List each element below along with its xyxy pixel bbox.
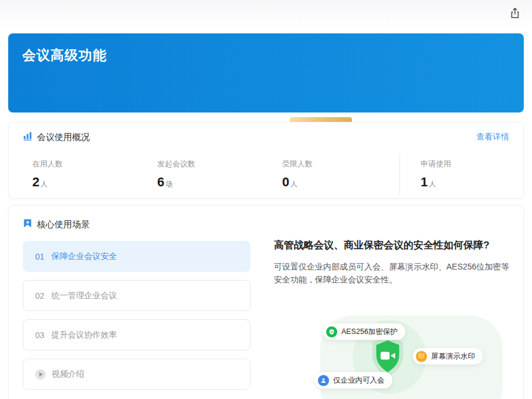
scenario-list: 01 保障企业会议安全 02 统一管理企业会议 03 提升会议协作效率 视频介绍 [23,241,250,398]
view-details-link[interactable]: 查看详情 [476,132,509,142]
stat-restricted-users: 受限人数 0人 [282,154,399,195]
scenario-label: 统一管理企业会议 [52,291,117,301]
scenarios-card-title: 核心使用场景 [37,219,90,230]
badge-label: 仅企业内可入会 [333,376,385,386]
stat-applied-users: 申请使用 1人 [421,154,451,195]
illustration-background-circle [353,320,426,394]
illustration-background-blob [320,315,503,399]
scenario-number: 02 [35,291,45,301]
badge-screen-watermark: 印 屏幕演示水印 [413,348,483,364]
shield-camera-icon [368,335,408,381]
scenario-detail-description: 可设置仅企业内部成员可入会、屏幕演示水印、AES256位加密等安全功能，保障企业… [274,260,511,287]
badge-label: AES256加密保护 [341,327,398,337]
stat-value: 1人 [421,175,451,190]
scenario-number: 01 [35,252,45,261]
stat-label: 申请使用 [421,159,451,169]
usage-card-title: 会议使用概况 [37,132,90,143]
stat-unit: 人 [40,180,48,188]
badge-internal-only: 仅企业内可入会 [315,372,392,388]
core-scenarios-card: ★ 核心使用场景 01 保障企业会议安全 02 统一管理企业会议 03 提升会议… [8,205,524,399]
usage-stats-row: 在用人数 2人 发起会议数 6场 受限人数 0人 申请使用 1人 [32,154,509,195]
stat-unit: 场 [165,180,172,188]
stat-value: 2人 [32,175,157,190]
person-icon [318,375,329,386]
stat-value: 0人 [282,175,399,190]
scenario-label: 保障企业会议安全 [52,251,117,262]
play-icon [35,369,46,380]
scenarios-card-header: ★ 核心使用场景 [23,219,90,230]
video-intro-label: 视频介绍 [52,369,84,380]
stat-label: 在用人数 [32,159,157,169]
scenario-detail-heading: 高管战略会议、商业保密会议的安全性如何保障? [274,239,514,253]
scenario-label: 提升会议协作效率 [52,330,117,340]
badge-label: 屏幕演示水印 [431,352,475,362]
bar-chart-icon [23,131,32,143]
stat-meetings-started: 发起会议数 6场 [157,154,282,195]
stat-active-users: 在用人数 2人 [32,154,157,195]
scenario-number: 03 [35,330,45,340]
scenario-item-security[interactable]: 01 保障企业会议安全 [23,241,250,272]
share-export-icon [509,6,521,21]
bookmark-star-icon: ★ [23,219,32,230]
usage-overview-card: 会议使用概况 查看详情 在用人数 2人 发起会议数 6场 受限人数 0人 申请使… [8,122,524,199]
page-title: 会议高级功能 [22,46,107,64]
stat-label: 发起会议数 [157,159,282,169]
usage-card-header: 会议使用概况 [23,131,90,143]
stat-value: 6场 [157,175,282,190]
shield-check-icon [326,326,337,337]
video-intro-item[interactable]: 视频介绍 [23,359,250,390]
stat-unit: 人 [290,180,297,188]
stamp-icon: 印 [416,351,427,362]
share-button[interactable] [507,5,523,22]
stats-divider [399,154,400,195]
stat-unit: 人 [429,180,436,188]
scenario-item-efficiency[interactable]: 03 提升会议协作效率 [23,319,250,350]
scenario-detail-panel: 高管战略会议、商业保密会议的安全性如何保障? 可设置仅企业内部成员可入会、屏幕演… [274,239,514,287]
product-banner: 会议高级功能 ¥ 40 /人/年 购买 同步已有订单 已申请 [8,33,524,112]
scenario-item-management[interactable]: 02 统一管理企业会议 [23,280,250,311]
stat-label: 受限人数 [282,159,399,169]
svg-text:★: ★ [25,220,29,225]
badge-aes-encryption: AES256加密保护 [323,323,405,340]
